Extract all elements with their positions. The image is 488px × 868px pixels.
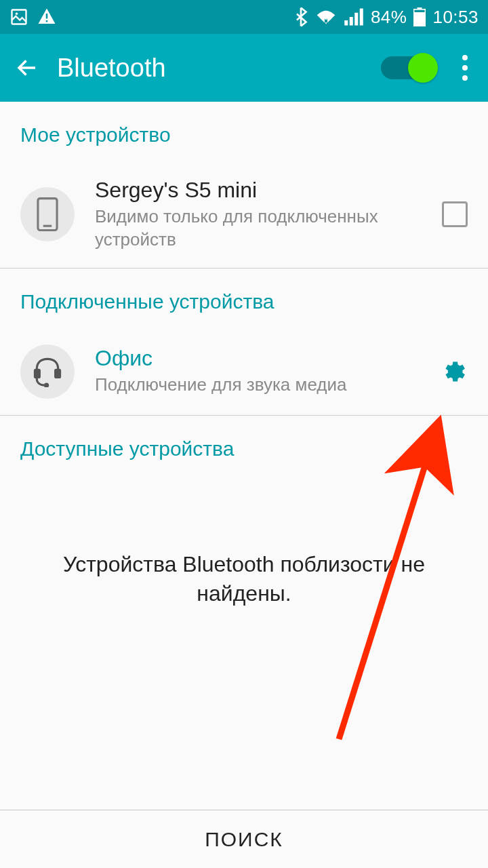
warning-icon <box>37 7 57 27</box>
signal-icon <box>344 8 364 26</box>
bluetooth-icon <box>293 7 308 27</box>
more-menu-button[interactable] <box>455 55 474 81</box>
svg-rect-3 <box>46 20 48 22</box>
my-device-row[interactable]: Sergey's S5 mini Видимо только для подкл… <box>0 161 488 268</box>
section-header-connected: Подключенные устройства <box>0 269 488 328</box>
battery-icon <box>413 7 426 26</box>
svg-rect-5 <box>350 17 353 26</box>
connected-device-row[interactable]: Офис Подключение для звука медиа <box>0 328 488 415</box>
phone-icon <box>36 197 59 231</box>
search-label: ПОИСК <box>205 828 283 851</box>
device-settings-button[interactable] <box>441 358 468 385</box>
svg-rect-2 <box>46 14 48 19</box>
section-header-my-device: Мое устройство <box>0 102 488 161</box>
status-right: 84% 10:53 <box>293 7 479 28</box>
headset-icon-wrap <box>20 344 75 399</box>
connected-device-text: Офис Подключение для звука медиа <box>95 346 431 397</box>
empty-message: Устройства Bluetooth поблизости не найде… <box>0 475 488 663</box>
image-icon <box>9 7 28 26</box>
my-device-name: Sergey's S5 mini <box>95 178 432 203</box>
battery-percent: 84% <box>371 7 407 28</box>
svg-rect-6 <box>354 13 358 26</box>
page-title: Bluetooth <box>57 54 381 83</box>
app-bar: Bluetooth <box>0 34 488 102</box>
clock: 10:53 <box>432 7 479 28</box>
section-header-available: Доступные устройства <box>0 416 488 475</box>
status-bar: 84% 10:53 <box>0 0 488 34</box>
search-button[interactable]: ПОИСК <box>0 810 488 868</box>
my-device-sub: Видимо только для подключенных устройств <box>95 205 432 252</box>
phone-icon-wrap <box>20 187 75 241</box>
toggle-knob <box>408 53 438 83</box>
visibility-checkbox[interactable] <box>442 201 468 227</box>
connected-device-sub: Подключение для звука медиа <box>95 374 431 397</box>
headset-icon <box>32 356 63 387</box>
svg-rect-4 <box>344 20 348 26</box>
bluetooth-toggle[interactable] <box>381 56 435 79</box>
back-arrow-icon <box>15 56 39 80</box>
svg-rect-13 <box>34 368 41 378</box>
status-left <box>9 7 57 27</box>
content: Мое устройство Sergey's S5 mini Видимо т… <box>0 102 488 663</box>
svg-rect-10 <box>418 7 422 9</box>
gear-icon <box>441 358 468 385</box>
my-device-text: Sergey's S5 mini Видимо только для подкл… <box>95 178 432 252</box>
wifi-icon <box>315 7 337 26</box>
svg-rect-7 <box>360 9 363 26</box>
connected-device-name: Офис <box>95 346 431 371</box>
svg-point-1 <box>16 13 18 15</box>
back-button[interactable] <box>14 54 41 81</box>
svg-rect-14 <box>54 368 61 378</box>
svg-point-15 <box>44 382 49 387</box>
svg-rect-9 <box>414 12 426 26</box>
